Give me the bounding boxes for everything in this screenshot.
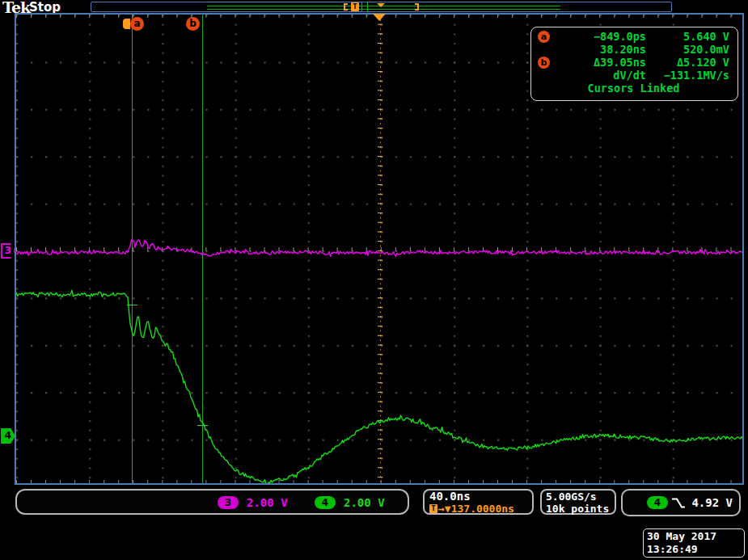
cursor-readout-panel: a −849.0ps 5.640 V 38.20ns 520.0mV b Δ39… (530, 27, 738, 101)
record-trigger-flag-icon: T (351, 2, 359, 11)
trace-ch3 (16, 240, 744, 257)
cursor-delta-time: Δ39.05ns (559, 56, 646, 69)
cursor-a-waveform-marker (127, 305, 137, 305)
horizontal-settings-box[interactable]: 40.0ns T → ▼ 137.0000ns (423, 489, 534, 515)
trigger-position-marker-icon[interactable] (373, 14, 386, 21)
cursor-a-voltage: 5.640 V (646, 30, 729, 43)
record-overview-ch4 (207, 9, 560, 10)
time-label: 13:26:49 (647, 543, 741, 556)
record-cursor-b-tick (367, 2, 368, 11)
datetime-box: 30 May 2017 13:26:49 (643, 528, 745, 558)
sample-rate: 5.00GS/s (546, 491, 611, 503)
trigger-delay-arrow-icon: → (438, 503, 445, 515)
zoom-window-right-bracket-icon[interactable] (415, 3, 419, 11)
cursor-b-handle[interactable]: b (186, 17, 200, 31)
falling-edge-icon (671, 497, 686, 509)
cursor-b-badge: b (538, 57, 550, 69)
date-label: 30 May 2017 (647, 530, 741, 543)
channel-3-badge[interactable]: 3 (218, 496, 239, 509)
trigger-delay-marker-icon: ▼ (445, 503, 451, 515)
readout-row-dvdt: dV/dt −131.1MV/s (538, 69, 729, 82)
readout-row-a2: 38.20ns 520.0mV (538, 43, 729, 56)
trigger-delay-t-icon: T (429, 504, 437, 513)
record-length: 10k points (546, 503, 611, 515)
cursor-b-voltage-abs: 520.0mV (646, 43, 729, 56)
trigger-delay-readout: T → ▼ 137.0000ns (429, 503, 527, 515)
timebase-scale: 40.0ns (429, 491, 527, 503)
channel-4-ground-marker[interactable]: 4 (1, 428, 15, 444)
trigger-settings-box[interactable]: 4 4.92 V (621, 489, 741, 516)
cursor-a-badge: a (538, 31, 550, 43)
record-cursor-a-tick (361, 2, 362, 11)
trigger-delay-value: 137.0000ns (451, 503, 514, 515)
cursor-delta-voltage: Δ5.120 V (646, 56, 729, 69)
acquisition-box[interactable]: 5.00GS/s 10k points (540, 489, 616, 515)
channel-scale-box[interactable]: 3 2.00 V 4 2.00 V (15, 489, 409, 515)
cursors-linked-label: Cursors Linked (538, 82, 729, 95)
channel-4-scale[interactable]: 2.00 V (344, 496, 385, 509)
dvdt-value: −131.1MV/s (646, 69, 729, 82)
readout-row-a: a −849.0ps 5.640 V (538, 30, 729, 43)
trace-ch4 (16, 290, 744, 485)
cursor-a-handle[interactable]: a (130, 17, 144, 31)
trigger-level: 4.92 V (691, 496, 733, 509)
cursor-b-waveform-marker (197, 425, 208, 426)
channel-4-badge[interactable]: 4 (315, 496, 336, 509)
readout-row-b: b Δ39.05ns Δ5.120 V (538, 56, 729, 69)
zoom-window-left-bracket-icon[interactable] (344, 3, 348, 11)
channel-3-scale[interactable]: 2.00 V (247, 496, 288, 509)
record-view-bar[interactable]: T (91, 2, 672, 12)
dvdt-label: dV/dt (559, 69, 646, 82)
cursor-a-flag-icon[interactable] (123, 19, 130, 29)
cursor-b-time-abs: 38.20ns (559, 43, 646, 56)
record-trigger-position-icon (377, 3, 385, 7)
cursor-a-time: −849.0ps (559, 30, 646, 43)
channel-3-ground-marker[interactable]: 3 (1, 243, 15, 259)
trigger-source-badge: 4 (647, 496, 668, 509)
